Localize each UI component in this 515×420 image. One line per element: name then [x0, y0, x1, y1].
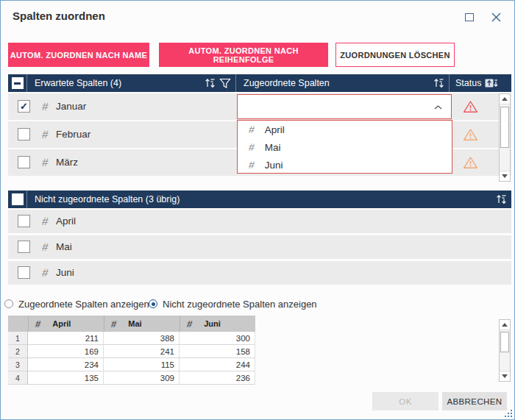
sort-icon[interactable] [496, 194, 507, 204]
arrow-up-icon [502, 97, 508, 101]
arrow-down-icon [502, 374, 508, 378]
chevron-up-icon [434, 105, 442, 110]
unmapped-row-mai: Mai [8, 235, 511, 259]
number-type-icon [248, 124, 255, 135]
status-error-icon [463, 100, 478, 113]
preview-table: April Mai Juni 1 211 388 300 2 169 241 1… [8, 316, 255, 385]
dropdown-option-juni[interactable]: Juni [238, 156, 452, 174]
expected-column-name: Februar [56, 129, 90, 140]
unmapped-table-header: Nicht zugeordnete Spalten (3 übrig) [8, 191, 511, 208]
number-type-icon [248, 159, 255, 171]
preview-row: 1 211 388 300 [8, 332, 255, 345]
unmapped-columns-header: Nicht zugeordnete Spalten (3 übrig) [35, 194, 180, 204]
expected-column-name: Januar [56, 101, 86, 112]
number-type-icon [35, 318, 41, 330]
row-checkbox[interactable] [18, 156, 30, 168]
close-icon [491, 13, 501, 22]
mapped-columns-header: Zugeordnete Spalten [244, 78, 330, 88]
preview-column-header[interactable]: Mai [104, 316, 180, 332]
status-sort-icon[interactable] [485, 78, 498, 88]
status-warning-icon [463, 128, 478, 141]
arrow-down-icon [502, 174, 508, 178]
unmapped-column-name: Juni [56, 267, 74, 278]
scrollbar-thumb[interactable] [500, 107, 509, 148]
preview-row: 4 135 309 236 [8, 371, 255, 385]
preview-toggle: Zugeordnete Spalten anzeigen Nicht zugeo… [1, 298, 515, 311]
scrollbar-thumb[interactable] [500, 332, 509, 352]
number-type-icon [110, 318, 117, 330]
arrow-up-icon [502, 323, 508, 327]
clear-mappings-button[interactable]: ZUORDNUNGEN LÖSCHEN [335, 43, 455, 67]
expected-columns-header: Erwartete Spalten (4) [35, 78, 121, 88]
preview-column-header[interactable]: April [28, 316, 104, 332]
preview-row: 3 234 115 244 [8, 358, 255, 371]
dropdown-popup: April Mai Juni [237, 120, 452, 174]
maximize-button[interactable] [461, 10, 477, 24]
mapping-row-januar: Januar [8, 93, 511, 120]
status-header: Status [455, 78, 481, 88]
close-button[interactable] [488, 10, 504, 24]
number-type-icon [41, 241, 49, 253]
select-all-checkbox[interactable] [12, 77, 24, 89]
mapping-table-header: Erwartete Spalten (4) Zugeordnete Spalte… [8, 74, 511, 92]
cancel-button[interactable]: ABBRECHEN [442, 392, 507, 410]
number-type-icon [186, 318, 193, 330]
auto-map-by-order-button[interactable]: AUTOM. ZUORDNEN NACH REIHENFOLGE [159, 43, 328, 67]
mapped-column-dropdown[interactable] [237, 94, 452, 119]
preview-scrollbar[interactable] [499, 319, 511, 382]
resize-grip[interactable] [505, 410, 513, 418]
unmapped-column-name: Mai [56, 241, 72, 252]
row-checkbox[interactable] [18, 128, 30, 140]
number-type-icon [41, 266, 49, 279]
row-checkbox[interactable] [18, 266, 30, 279]
number-type-icon [41, 215, 49, 227]
radio-show-unmapped[interactable] [149, 299, 157, 308]
status-warning-icon [463, 156, 478, 169]
filter-icon[interactable] [219, 78, 231, 88]
preview-table-header: April Mai Juni [8, 316, 255, 332]
scroll-down-button[interactable] [500, 371, 510, 381]
auto-map-by-name-button[interactable]: AUTOM. ZUORDNEN NACH NAME [8, 43, 149, 67]
row-checkbox[interactable] [18, 215, 30, 227]
preview-column-header[interactable]: Juni [180, 316, 255, 332]
number-type-icon [41, 100, 49, 113]
dropdown-option-mai[interactable]: Mai [238, 138, 452, 156]
radio-show-unmapped-label[interactable]: Nicht zugeordnete Spalten anzeigen [163, 299, 317, 310]
preview-row: 2 169 241 158 [8, 345, 255, 358]
number-type-icon [41, 156, 49, 168]
unmapped-row-april: April [8, 210, 511, 233]
row-checkbox[interactable] [18, 100, 30, 113]
mapping-table-scrollbar[interactable] [499, 93, 511, 182]
scroll-down-button[interactable] [500, 171, 510, 181]
sort-icon[interactable] [205, 78, 216, 88]
scroll-up-button[interactable] [500, 94, 510, 104]
dialog-title: Spalten zuordnen [13, 10, 105, 22]
scroll-up-button[interactable] [500, 320, 510, 330]
expected-column-name: März [56, 157, 78, 168]
map-columns-dialog: Spalten zuordnen AUTOM. ZUORDNEN NACH NA… [0, 0, 515, 420]
select-all-unmapped-checkbox[interactable] [12, 193, 24, 205]
sort-icon[interactable] [433, 78, 444, 88]
number-type-icon [41, 128, 49, 140]
unmapped-column-name: April [56, 216, 76, 227]
number-type-icon [248, 141, 255, 153]
radio-show-mapped[interactable] [4, 299, 13, 308]
dropdown-option-april[interactable]: April [238, 121, 452, 138]
maximize-icon [465, 13, 474, 21]
ok-button[interactable]: OK [372, 392, 438, 410]
unmapped-row-juni: Juni [8, 261, 511, 285]
row-checkbox[interactable] [18, 241, 30, 253]
radio-show-mapped-label[interactable]: Zugeordnete Spalten anzeigen [18, 299, 149, 310]
